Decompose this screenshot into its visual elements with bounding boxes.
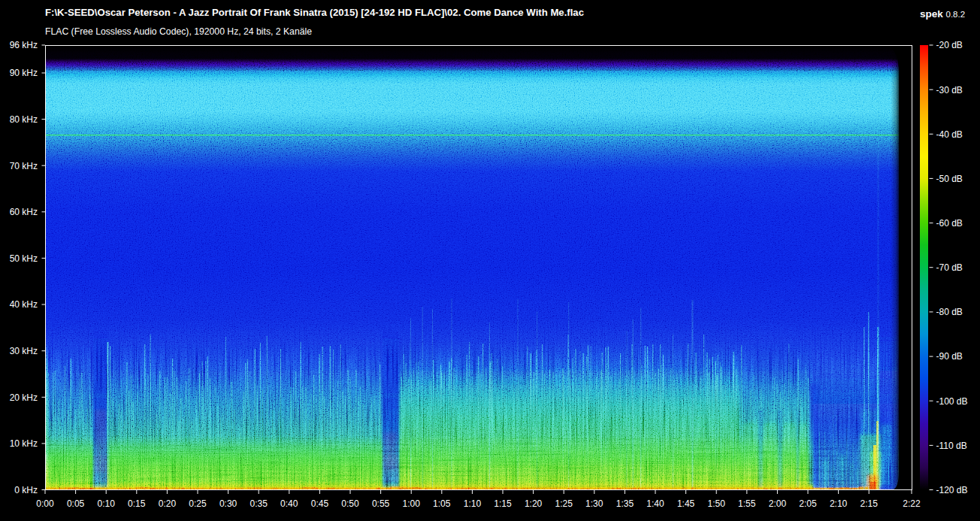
svg-text:30 kHz: 30 kHz bbox=[10, 346, 38, 356]
svg-text:-70 dB: -70 dB bbox=[936, 262, 963, 273]
svg-text:1:30: 1:30 bbox=[585, 498, 603, 509]
svg-text:-90 dB: -90 dB bbox=[936, 351, 963, 362]
svg-text:70 kHz: 70 kHz bbox=[10, 161, 38, 171]
svg-text:-40 dB: -40 dB bbox=[936, 129, 963, 140]
svg-text:0:50: 0:50 bbox=[341, 498, 359, 509]
svg-text:2:22: 2:22 bbox=[903, 498, 921, 509]
svg-text:2:15: 2:15 bbox=[861, 498, 879, 509]
svg-text:1:40: 1:40 bbox=[646, 498, 664, 509]
svg-text:F:\K-SEED\Oscar Peterson - A J: F:\K-SEED\Oscar Peterson - A Jazz Portra… bbox=[45, 8, 584, 18]
svg-text:1:45: 1:45 bbox=[677, 498, 695, 509]
svg-text:20 kHz: 20 kHz bbox=[10, 392, 38, 403]
svg-text:0:45: 0:45 bbox=[311, 498, 329, 509]
svg-text:0:20: 0:20 bbox=[159, 498, 177, 509]
svg-text:0:30: 0:30 bbox=[219, 498, 237, 509]
svg-text:50 kHz: 50 kHz bbox=[10, 253, 38, 264]
svg-text:-80 dB: -80 dB bbox=[936, 307, 963, 317]
svg-text:0:40: 0:40 bbox=[280, 498, 298, 509]
svg-text:0:05: 0:05 bbox=[67, 498, 85, 509]
svg-text:2:00: 2:00 bbox=[769, 498, 787, 509]
svg-text:96 kHz: 96 kHz bbox=[10, 40, 38, 50]
svg-text:40 kHz: 40 kHz bbox=[10, 299, 38, 310]
svg-text:1:35: 1:35 bbox=[616, 498, 634, 509]
svg-text:60 kHz: 60 kHz bbox=[10, 207, 38, 217]
svg-text:0:55: 0:55 bbox=[372, 498, 390, 509]
svg-text:-60 dB: -60 dB bbox=[936, 218, 963, 229]
svg-text:1:05: 1:05 bbox=[433, 498, 451, 509]
svg-text:2:10: 2:10 bbox=[830, 498, 848, 509]
svg-text:0:00: 0:00 bbox=[36, 498, 54, 509]
svg-text:1:50: 1:50 bbox=[708, 498, 726, 509]
svg-text:1:10: 1:10 bbox=[464, 498, 482, 509]
svg-text:1:15: 1:15 bbox=[494, 498, 512, 509]
svg-text:spek 0.8.2: spek 0.8.2 bbox=[920, 8, 965, 20]
svg-text:-20 dB: -20 dB bbox=[936, 40, 963, 50]
svg-text:0:35: 0:35 bbox=[250, 498, 268, 509]
svg-text:-50 dB: -50 dB bbox=[936, 174, 963, 184]
svg-text:0 kHz: 0 kHz bbox=[14, 485, 38, 495]
svg-text:10 kHz: 10 kHz bbox=[10, 438, 38, 449]
svg-text:90 kHz: 90 kHz bbox=[10, 68, 38, 78]
svg-text:-120 dB: -120 dB bbox=[936, 485, 968, 495]
svg-text:1:25: 1:25 bbox=[555, 498, 573, 509]
svg-text:1:00: 1:00 bbox=[403, 498, 421, 509]
svg-text:80 kHz: 80 kHz bbox=[10, 114, 38, 125]
svg-text:1:20: 1:20 bbox=[525, 498, 543, 509]
svg-text:0:25: 0:25 bbox=[189, 498, 207, 509]
svg-text:-100 dB: -100 dB bbox=[936, 396, 968, 407]
svg-text:0:10: 0:10 bbox=[98, 498, 116, 509]
svg-text:1:55: 1:55 bbox=[738, 498, 756, 509]
svg-text:-30 dB: -30 dB bbox=[936, 85, 963, 95]
svg-text:FLAC (Free Lossless Audio Code: FLAC (Free Lossless Audio Codec), 192000… bbox=[45, 26, 312, 37]
svg-text:0:15: 0:15 bbox=[128, 498, 146, 509]
svg-text:2:05: 2:05 bbox=[799, 498, 817, 509]
svg-text:-110 dB: -110 dB bbox=[936, 441, 967, 451]
